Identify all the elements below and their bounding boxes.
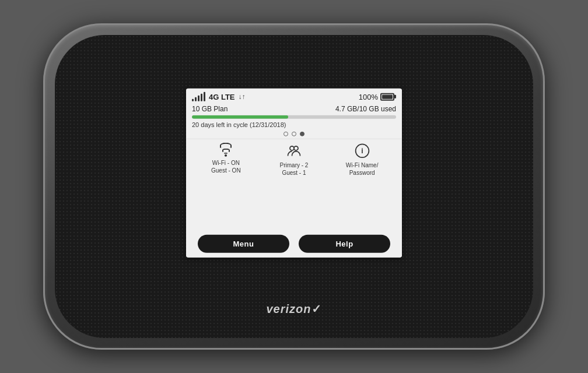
buttons-row: Menu Help — [186, 231, 402, 258]
signal-bar-4 — [201, 94, 202, 101]
signal-bar-5 — [204, 92, 205, 101]
page-dots — [186, 132, 402, 136]
battery-percent-label: 100% — [359, 92, 378, 101]
status-bar: 4G LTE ↓↑ 100% — [186, 89, 402, 104]
device-screen: 4G LTE ↓↑ 100% 10 GB Plan — [186, 89, 402, 258]
signal-bar-2 — [195, 97, 197, 101]
icons-row: Wi-Fi - ON Guest - ON Prim — [186, 139, 402, 231]
wifi-arc-small — [224, 152, 228, 154]
data-plan-row: 10 GB Plan 4.7 GB/10 GB used — [192, 105, 396, 113]
info-icon: i — [354, 143, 370, 159]
network-type-label: 4G LTE — [209, 92, 235, 101]
battery-fill — [382, 94, 393, 98]
svg-point-1 — [294, 146, 298, 150]
signal-bar-1 — [192, 99, 194, 101]
plan-label: 10 GB Plan — [192, 105, 228, 113]
dot-3[interactable] — [300, 132, 304, 136]
data-progress-bar — [192, 115, 396, 119]
dot-2[interactable] — [292, 132, 296, 136]
help-button[interactable]: Help — [299, 235, 390, 253]
people-icon — [286, 143, 302, 159]
wifi-arc-medium — [222, 149, 230, 152]
data-section: 10 GB Plan 4.7 GB/10 GB used 20 days lef… — [186, 104, 402, 132]
device-outer: 4G LTE ↓↑ 100% 10 GB Plan — [43, 23, 545, 350]
signal-bars-icon — [192, 92, 205, 101]
wifi-name-item[interactable]: i Wi-Fi Name/ Password — [328, 143, 396, 177]
usage-label: 4.7 GB/10 GB used — [335, 105, 396, 113]
device-inner: 4G LTE ↓↑ 100% 10 GB Plan — [55, 35, 533, 338]
wifi-status-label: Wi-Fi - ON Guest - ON — [211, 159, 241, 174]
battery-body — [380, 93, 394, 100]
data-progress-fill — [192, 115, 288, 119]
signal-bar-3 — [198, 96, 200, 101]
dot-1[interactable] — [284, 132, 288, 136]
wifi-icon — [220, 143, 232, 157]
wifi-status-item[interactable]: Wi-Fi - ON Guest - ON — [192, 143, 260, 174]
brand-label: verizon✓ — [266, 302, 321, 316]
battery-area: 100% — [359, 92, 396, 101]
connections-item[interactable]: Primary - 2 Guest - 1 — [260, 143, 328, 177]
verizon-checkmark: ✓ — [312, 302, 322, 315]
battery-icon — [380, 93, 396, 100]
menu-button[interactable]: Menu — [198, 235, 289, 253]
connections-label: Primary - 2 Guest - 1 — [280, 161, 309, 177]
svg-point-0 — [290, 146, 294, 150]
cycle-text: 20 days left in cycle (12/31/2018) — [192, 121, 396, 128]
data-arrows-icon: ↓↑ — [239, 93, 246, 101]
wifi-dot — [225, 154, 227, 157]
signal-area: 4G LTE ↓↑ — [192, 92, 246, 101]
svg-text:i: i — [361, 147, 363, 155]
wifi-name-label: Wi-Fi Name/ Password — [346, 161, 379, 177]
wifi-arc-large — [220, 143, 232, 148]
battery-tip — [394, 95, 396, 98]
